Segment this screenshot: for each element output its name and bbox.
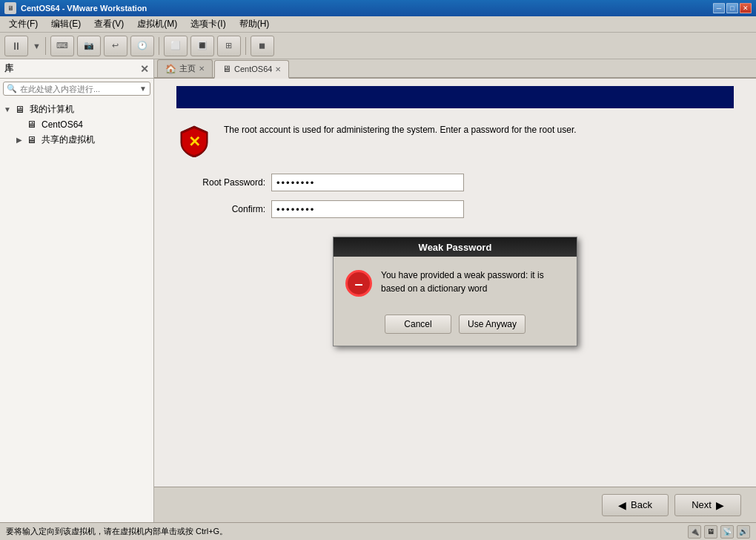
status-bar: 要将输入定向到该虚拟机，请在虚拟机内部单击或按 Ctrl+G。 🔌 🖥 📡 🔊 <box>0 522 756 540</box>
tree-node-my-computer[interactable]: ▼ 🖥 我的计算机 <box>0 102 153 117</box>
status-icon-2[interactable]: 🖥 <box>704 525 717 539</box>
window-title: CentOS64 - VMware Workstation <box>21 4 709 13</box>
sidebar-title: 库 <box>4 62 13 75</box>
toolbar-separator-2 <box>159 37 159 55</box>
search-dropdown-icon[interactable]: ▼ <box>139 85 147 93</box>
use-anyway-button[interactable]: Use Anyway <box>459 315 525 334</box>
menu-tabs[interactable]: 选项卡(I) <box>185 16 231 32</box>
home-tab-icon: 🏠 <box>165 64 176 74</box>
revert-button[interactable]: ↩ <box>104 36 127 56</box>
expand-icon-shared: ▶ <box>15 136 24 144</box>
tab-centos64[interactable]: 🖥 CentOS64 ✕ <box>214 60 289 79</box>
error-icon-container: – <box>345 270 372 297</box>
centos64-tab-icon: 🖥 <box>222 64 231 74</box>
pause-button[interactable]: ⏸ <box>4 36 28 56</box>
tab-centos64-close[interactable]: ✕ <box>275 65 281 73</box>
dialog-message: You have provided a weak password: it is… <box>381 269 565 295</box>
sidebar: 库 ✕ 🔍 ▼ ▼ 🖥 我的计算机 🖥 CentOS64 ▶ 🖥 共享的虚拟机 <box>0 59 154 522</box>
menu-view[interactable]: 查看(V) <box>88 16 130 32</box>
centos64-label: CentOS64 <box>42 119 83 130</box>
vm-icon: 🖥 <box>27 119 39 131</box>
menu-help[interactable]: 帮助(H) <box>233 16 276 32</box>
status-icon-1[interactable]: 🔌 <box>688 525 701 539</box>
vm-area: ✕ The root account is used for administe… <box>154 79 756 522</box>
my-computer-label: 我的计算机 <box>30 103 74 116</box>
status-message: 要将输入定向到该虚拟机，请在虚拟机内部单击或按 Ctrl+G。 <box>6 526 228 537</box>
toolbar: ⏸ ▼ ⌨ 📷 ↩ 🕐 ⬜ 🔳 ⊞ ◼ <box>0 33 756 59</box>
weak-password-dialog: Weak Password – You have provided a weak… <box>333 237 577 346</box>
tree-node-centos64[interactable]: 🖥 CentOS64 <box>0 117 153 132</box>
window-controls: ─ □ ✕ <box>713 3 752 13</box>
sidebar-header: 库 ✕ <box>0 59 153 79</box>
toolbar-separator-3 <box>245 37 246 55</box>
tree-node-shared-vms[interactable]: ▶ 🖥 共享的虚拟机 <box>0 132 153 148</box>
status-icon-4[interactable]: 🔊 <box>737 525 750 539</box>
dialog-title: Weak Password <box>334 237 577 257</box>
tab-home-label: 主页 <box>179 63 196 74</box>
status-right-icons: 🔌 🖥 📡 🔊 <box>688 525 750 539</box>
tab-home-close[interactable]: ✕ <box>199 65 205 73</box>
fit-vm-button[interactable]: ⬜ <box>164 36 188 56</box>
sidebar-tree: ▼ 🖥 我的计算机 🖥 CentOS64 ▶ 🖥 共享的虚拟机 <box>0 99 153 522</box>
dialog-overlay: Weak Password – You have provided a weak… <box>154 79 756 504</box>
expand-icon: ▼ <box>3 105 12 113</box>
minimize-button[interactable]: ─ <box>713 3 725 13</box>
search-input[interactable] <box>20 85 136 93</box>
menu-file[interactable]: 文件(F) <box>3 16 44 32</box>
close-button[interactable]: ✕ <box>740 3 752 13</box>
snapshot-manager-button[interactable]: 🕐 <box>130 36 154 56</box>
dialog-buttons: Cancel Use Anyway <box>334 309 577 346</box>
send-ctrl-alt-del-button[interactable]: ⌨ <box>50 36 74 56</box>
tab-home[interactable]: 🏠 主页 ✕ <box>157 59 213 77</box>
unity-button[interactable]: ⊞ <box>217 36 241 56</box>
error-circle-icon: – <box>345 270 372 297</box>
shared-vms-label: 共享的虚拟机 <box>42 134 95 146</box>
app-icon: 🖥 <box>4 2 16 14</box>
cancel-button[interactable]: Cancel <box>385 315 451 334</box>
toolbar-separator-1 <box>45 37 46 55</box>
shared-icon: 🖥 <box>27 134 39 146</box>
sidebar-close-button[interactable]: ✕ <box>140 63 149 75</box>
full-screen-button[interactable]: 🔳 <box>190 36 214 56</box>
search-icon: 🔍 <box>7 84 17 93</box>
view-button[interactable]: ◼ <box>251 36 274 56</box>
title-bar: 🖥 CentOS64 - VMware Workstation ─ □ ✕ <box>0 0 756 16</box>
menu-vm[interactable]: 虚拟机(M) <box>131 16 183 32</box>
tabs-bar: 🏠 主页 ✕ 🖥 CentOS64 ✕ <box>154 59 756 79</box>
content-area: 🏠 主页 ✕ 🖥 CentOS64 ✕ <box>154 59 756 522</box>
status-icon-3[interactable]: 📡 <box>720 525 734 539</box>
sidebar-search[interactable]: 🔍 ▼ <box>3 82 150 96</box>
snapshot-button[interactable]: 📷 <box>77 36 101 56</box>
main-layout: 库 ✕ 🔍 ▼ ▼ 🖥 我的计算机 🖥 CentOS64 ▶ 🖥 共享的虚拟机 <box>0 59 756 522</box>
dialog-body: – You have provided a weak password: it … <box>334 257 577 309</box>
menu-edit[interactable]: 编辑(E) <box>45 16 87 32</box>
maximize-button[interactable]: □ <box>726 3 738 13</box>
menu-bar: 文件(F) 编辑(E) 查看(V) 虚拟机(M) 选项卡(I) 帮助(H) <box>0 16 756 33</box>
computer-icon: 🖥 <box>15 104 27 116</box>
pause-dropdown[interactable]: ▼ <box>33 42 41 50</box>
tab-centos64-label: CentOS64 <box>234 65 272 73</box>
